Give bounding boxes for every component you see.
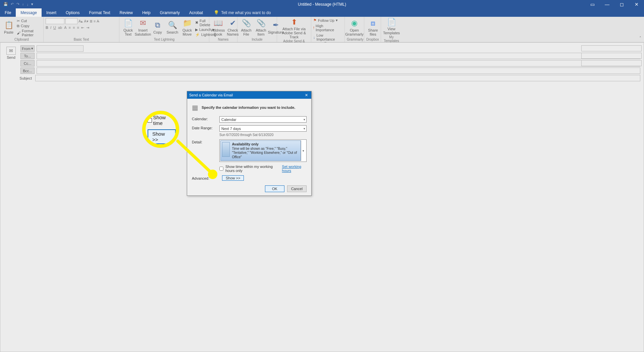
underline-icon[interactable]: U xyxy=(53,26,56,30)
attach-file-button[interactable]: 📎Attach File xyxy=(239,19,253,36)
insert-salutation-button[interactable]: ✉Insert Salutation xyxy=(136,19,150,36)
indent-inc-icon[interactable]: ⇥ xyxy=(86,26,89,30)
tab-grammarly[interactable]: Grammarly xyxy=(155,8,184,17)
attach-item-button[interactable]: 📎Attach Item xyxy=(254,19,268,36)
tab-help[interactable]: Help xyxy=(138,8,155,17)
collapse-ribbon-icon[interactable]: ˄ xyxy=(639,36,641,41)
format-painter-button[interactable]: 🖌 Format Painter xyxy=(17,29,41,37)
clear-format-icon[interactable]: A̶ xyxy=(97,19,99,24)
view-templates-button[interactable]: 📄View Templates xyxy=(383,18,400,35)
grow-font-icon[interactable]: A▴ xyxy=(78,19,83,24)
close-icon[interactable]: ✕ xyxy=(629,0,644,8)
adobe-icon: ⬆ xyxy=(291,18,297,26)
side-field-1[interactable] xyxy=(581,45,642,51)
magnifier-row1-text: Show time xyxy=(153,115,176,126)
calendar-select[interactable]: Calendar ▾ xyxy=(219,116,307,123)
tab-acrobat[interactable]: Acrobat xyxy=(184,8,208,17)
ok-button[interactable]: OK xyxy=(265,185,284,192)
chevron-down-icon: ▾ xyxy=(304,127,305,130)
up-icon[interactable]: ↑ xyxy=(22,2,24,6)
bcc-button[interactable]: Bcc... xyxy=(20,68,35,74)
chevron-down-icon: ▾ xyxy=(301,140,306,161)
set-working-hours-link[interactable]: Set working hours xyxy=(282,165,307,173)
save-icon[interactable]: 💾 xyxy=(3,2,8,6)
dialog-title: Send a Calendar via Email xyxy=(189,93,233,97)
minimize-icon[interactable]: — xyxy=(600,0,614,8)
tab-review[interactable]: Review xyxy=(115,8,138,17)
detail-field-label: Detail: xyxy=(192,139,219,144)
align-right-icon[interactable]: ≡ xyxy=(77,26,79,30)
adobe-label: Attach File via Adobe Send & Track xyxy=(279,27,309,39)
follow-up-button[interactable]: ⚑ Follow Up ▾ xyxy=(313,18,342,23)
quicktext-icon: 📄 xyxy=(124,19,133,27)
detail-title: Availability only xyxy=(232,142,259,146)
numbering-icon[interactable]: ≡ xyxy=(94,19,96,23)
subject-input[interactable] xyxy=(35,75,640,81)
bulb-icon: 💡 xyxy=(214,10,219,15)
quick-move-button[interactable]: 📁Quick Move xyxy=(180,19,194,36)
cc-button[interactable]: Cc... xyxy=(20,60,35,67)
detail-select[interactable]: Availability only Time will be shown as … xyxy=(219,139,307,162)
tl-copy-button[interactable]: ⧉Copy xyxy=(151,21,164,34)
open-grammarly-button[interactable]: ◉Open Grammarly xyxy=(347,19,362,36)
align-center-icon[interactable]: ≡ xyxy=(73,26,75,30)
fmt-label: Format Painter xyxy=(22,29,41,37)
address-book-button[interactable]: 📖Address Book xyxy=(211,19,225,36)
group-names-label: Names xyxy=(211,37,235,42)
redo-icon[interactable]: ↷ xyxy=(16,2,19,6)
maximize-icon[interactable]: ◻ xyxy=(614,0,629,8)
low-importance-button[interactable]: ↓ Low Importance xyxy=(313,33,342,41)
tab-file[interactable]: File xyxy=(0,8,16,17)
adobe-send-track-button[interactable]: ⬆Attach File via Adobe Send & Track xyxy=(279,18,309,39)
cc-input[interactable] xyxy=(37,60,640,67)
workhours-label: Show time within my working hours only xyxy=(225,165,280,173)
bold-icon[interactable]: B xyxy=(46,26,48,30)
italic-icon[interactable]: I xyxy=(50,26,51,30)
qat-more-icon[interactable]: ▾ xyxy=(31,2,33,6)
side-template-panel xyxy=(581,45,642,68)
font-color-icon[interactable]: A xyxy=(64,26,66,30)
detail-desc: Time will be shown as "Free," "Busy," "T… xyxy=(232,147,297,159)
tab-message[interactable]: Message xyxy=(16,8,42,17)
copy-button[interactable]: ⧉ Copy xyxy=(17,24,41,28)
show-advanced-button[interactable]: Show >> xyxy=(222,175,244,181)
from-value xyxy=(37,45,84,52)
from-button[interactable]: From▾ xyxy=(20,45,35,52)
tab-options[interactable]: Options xyxy=(61,8,84,17)
salutation-icon: ✉ xyxy=(140,19,146,27)
group-include-label: Include xyxy=(239,37,275,42)
daterange-select[interactable]: Next 7 days ▾ xyxy=(219,125,307,132)
tell-me-label: Tell me what you want to do xyxy=(221,10,271,15)
align-left-icon[interactable]: ≡ xyxy=(69,26,71,30)
ribbon-options-icon[interactable]: ▭ xyxy=(585,0,600,8)
side-field-2[interactable] xyxy=(581,53,642,59)
side-field-3[interactable] xyxy=(581,60,642,66)
quick-text-button[interactable]: 📄Quick Text xyxy=(121,19,135,36)
dialog-close-icon[interactable]: ✕ xyxy=(303,93,309,97)
magnifier-checkbox-icon xyxy=(148,118,152,123)
tab-insert[interactable]: Insert xyxy=(42,8,61,17)
send-button[interactable]: ✉ xyxy=(6,47,16,55)
high-importance-button[interactable]: ! High Importance xyxy=(313,24,342,32)
quick-access-toolbar: 💾 ↶ ↷ ↑ ↓ ▾ xyxy=(0,2,33,6)
dropbox-share-button[interactable]: ⧈Share files xyxy=(366,19,380,36)
tell-me-search[interactable]: 💡 Tell me what you want to do xyxy=(208,8,271,17)
to-button[interactable]: To... xyxy=(20,53,35,59)
font-size-select[interactable] xyxy=(65,18,77,24)
tl-search-button[interactable]: 🔍Search xyxy=(166,21,179,34)
cut-button[interactable]: ✂ Cut xyxy=(17,19,41,23)
down-icon[interactable]: ↓ xyxy=(27,2,29,6)
undo-icon[interactable]: ↶ xyxy=(11,2,14,6)
workhours-checkbox[interactable] xyxy=(219,167,223,171)
highlight-icon[interactable]: ab xyxy=(58,26,62,30)
shrink-font-icon[interactable]: A▾ xyxy=(84,19,88,24)
paste-icon: 📋 xyxy=(4,21,13,29)
paste-button[interactable]: 📋 Paste xyxy=(2,21,15,34)
to-input[interactable] xyxy=(37,53,640,59)
cancel-button[interactable]: Cancel xyxy=(287,185,307,192)
bullets-icon[interactable]: ≣ xyxy=(90,19,93,24)
tab-format-text[interactable]: Format Text xyxy=(84,8,115,17)
indent-dec-icon[interactable]: ⇤ xyxy=(81,26,84,30)
font-name-select[interactable] xyxy=(46,18,64,24)
bcc-input[interactable] xyxy=(37,68,640,74)
